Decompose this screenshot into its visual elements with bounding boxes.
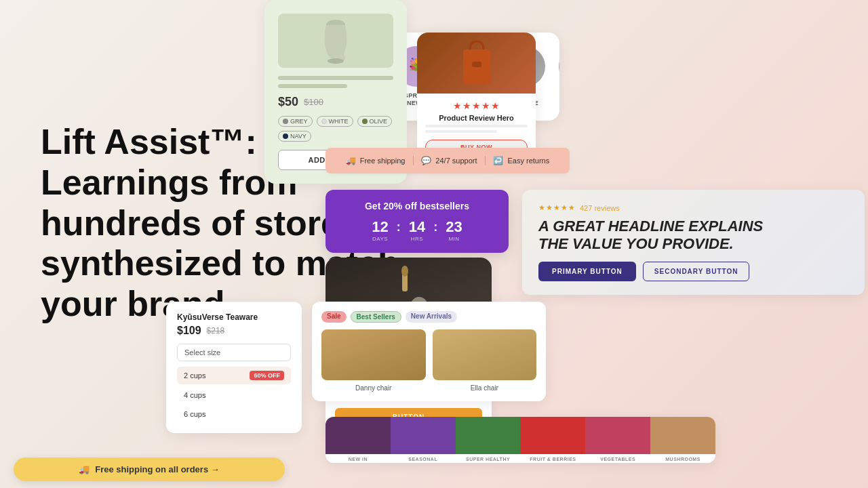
price-original: $100 xyxy=(304,97,323,107)
color-navy[interactable]: NAVY xyxy=(278,131,311,142)
svg-point-1 xyxy=(328,58,344,64)
teaware-price-original: $218 xyxy=(207,326,225,336)
grocery-label-grapes: SEASONAL xyxy=(391,454,456,463)
hero-buttons: PRIMARY BUTTON SECONDARY BUTTON xyxy=(538,262,848,281)
shipping-free-label: Free shipping xyxy=(360,157,406,165)
grocery-eggplant[interactable]: NEW IN xyxy=(326,417,391,463)
shipping-item-free: 🚚 Free shipping xyxy=(346,156,406,165)
countdown-hours: 14 HRS xyxy=(409,218,425,242)
chair-danny-image xyxy=(321,329,426,380)
category-dont[interactable]: 🏺 DON'TMISS xyxy=(559,46,559,107)
hero-primary-button[interactable]: PRIMARY BUTTON xyxy=(538,262,636,281)
shipping-support-label: 24/7 support xyxy=(435,157,477,165)
chairs-grid: Sale Best Sellers New Arrivals Danny cha… xyxy=(312,302,546,401)
grocery-label-tomato: FRUIT & BERRIES xyxy=(520,454,585,463)
svg-rect-3 xyxy=(472,62,481,67)
handbag-icon xyxy=(456,36,497,90)
chair-ella-name: Ella chair xyxy=(433,384,537,392)
color-white[interactable]: WHITE xyxy=(317,116,353,127)
heading-line2: Learnings from xyxy=(41,163,298,202)
teaware-option-4cups[interactable]: 4 cups xyxy=(177,387,291,403)
grocery-tomato[interactable]: FRUIT & BERRIES xyxy=(520,417,585,463)
grocery-grid: NEW IN SEASONAL SUPER HEALTHY FRUIT & BE… xyxy=(326,417,715,463)
shipping-item-support: 💬 24/7 support xyxy=(421,156,477,165)
teaware-size-select[interactable]: Select size xyxy=(177,344,291,361)
heading-line3: hundreds of stores xyxy=(41,203,360,243)
chair-danny[interactable]: Danny chair xyxy=(321,329,426,392)
price-row: $50 $100 xyxy=(278,95,393,109)
review-stars: ★★★★★ xyxy=(425,100,528,111)
broccoli-image xyxy=(456,417,521,454)
price-current: $50 xyxy=(278,95,298,109)
hero-heading: A GREAT HEADLINE EXPLAINS THE VALUE YOU … xyxy=(538,218,848,253)
hero-reviews: ★★★★★ 427 reviews xyxy=(538,203,848,212)
shipping-returns-label: Easy returns xyxy=(507,157,549,165)
chat-icon: 💬 xyxy=(421,156,431,165)
teaware-price-current: $109 xyxy=(177,325,201,337)
tag-new-arrivals[interactable]: New Arrivals xyxy=(406,311,457,323)
color-olive[interactable]: OLIVE xyxy=(357,116,393,127)
teaware-price: $109 $218 xyxy=(177,325,291,337)
hero-secondary-button[interactable]: SECONDARY BUTTON xyxy=(643,262,750,281)
hero-reviews-count: 427 reviews xyxy=(580,204,620,212)
countdown-numbers: 12 DAYS : 14 HRS : 23 MIN xyxy=(339,218,495,242)
countdown-panel: Get 20% off bestsellers 12 DAYS : 14 HRS… xyxy=(326,190,509,253)
countdown-hours-label: HRS xyxy=(409,236,425,242)
chairs-tags: Sale Best Sellers New Arrivals xyxy=(321,311,536,323)
teaware-option-6cups[interactable]: 6 cups xyxy=(177,406,291,422)
countdown-mins-label: MIN xyxy=(446,236,462,242)
tomato-image xyxy=(520,417,585,454)
beet-image xyxy=(585,417,650,454)
tag-sale[interactable]: Sale xyxy=(321,311,347,323)
countdown-hours-value: 14 xyxy=(409,218,425,236)
grocery-beet[interactable]: VEGETABLES xyxy=(585,417,650,463)
shipping-banner: 🚚 Free shipping 💬 24/7 support ↩️ Easy r… xyxy=(326,148,570,174)
countdown-days-label: DAYS xyxy=(372,236,388,242)
grocery-label-beet: VEGETABLES xyxy=(585,454,650,463)
returns-icon: ↩️ xyxy=(493,156,503,165)
chair-danny-name: Danny chair xyxy=(321,384,426,392)
teaware-option-2cups[interactable]: 2 cups 60% OFF xyxy=(177,367,291,384)
chair-ella-image xyxy=(433,329,537,380)
grocery-broccoli[interactable]: SUPER HEALTHY xyxy=(456,417,521,463)
grocery-mushroom[interactable]: MUSHROOMS xyxy=(650,417,715,463)
truck-icon: 🚚 xyxy=(346,156,356,165)
color-grey[interactable]: GREY xyxy=(278,116,313,127)
grocery-label-mushroom: MUSHROOMS xyxy=(650,454,715,463)
grocery-label-eggplant: NEW IN xyxy=(326,454,391,463)
grocery-label-broccoli: SUPER HEALTHY xyxy=(456,454,521,463)
mushroom-image xyxy=(650,417,715,454)
shipping-footer-text: Free shipping on all orders → xyxy=(95,464,219,474)
category-circle-dont: 🏺 xyxy=(559,46,559,87)
heading-line1: Lift Assist™: xyxy=(41,122,257,161)
tag-bestsellers[interactable]: Best Sellers xyxy=(351,311,401,323)
teaware-options: 2 cups 60% OFF 4 cups 6 cups xyxy=(177,367,291,422)
hero-banner: ★★★★★ 427 reviews A GREAT HEADLINE EXPLA… xyxy=(522,190,865,295)
review-title: Product Review Hero xyxy=(425,114,528,122)
svg-point-5 xyxy=(401,266,408,277)
chairs-items: Danny chair Ella chair xyxy=(321,329,536,392)
vase-icon xyxy=(315,17,356,64)
shipping-item-returns: ↩️ Easy returns xyxy=(493,156,549,165)
shipping-footer-icon: 🚚 xyxy=(79,464,90,474)
grocery-items: NEW IN SEASONAL SUPER HEALTHY FRUIT & BE… xyxy=(326,417,715,463)
review-hero-image xyxy=(417,33,536,94)
countdown-mins-value: 23 xyxy=(446,218,462,236)
shipping-footer[interactable]: 🚚 Free shipping on all orders → xyxy=(14,458,285,481)
color-options: GREY WHITE OLIVE NAVY xyxy=(278,116,393,142)
countdown-mins: 23 MIN xyxy=(446,218,462,242)
product-image xyxy=(278,14,393,68)
grapes-image xyxy=(391,417,456,454)
countdown-title: Get 20% off bestsellers xyxy=(339,201,495,211)
countdown-days-value: 12 xyxy=(372,218,388,236)
teaware-title: KyūsuVerse Teaware xyxy=(177,312,291,322)
chair-ella[interactable]: Ella chair xyxy=(433,329,537,392)
review-hero-panel: ★★★★★ Product Review Hero BUY NOW xyxy=(417,33,536,161)
teaware-card: KyūsuVerse Teaware $109 $218 Select size… xyxy=(166,302,302,433)
countdown-days: 12 DAYS xyxy=(372,218,388,242)
grocery-grapes[interactable]: SEASONAL xyxy=(391,417,456,463)
eggplant-image xyxy=(326,417,391,454)
